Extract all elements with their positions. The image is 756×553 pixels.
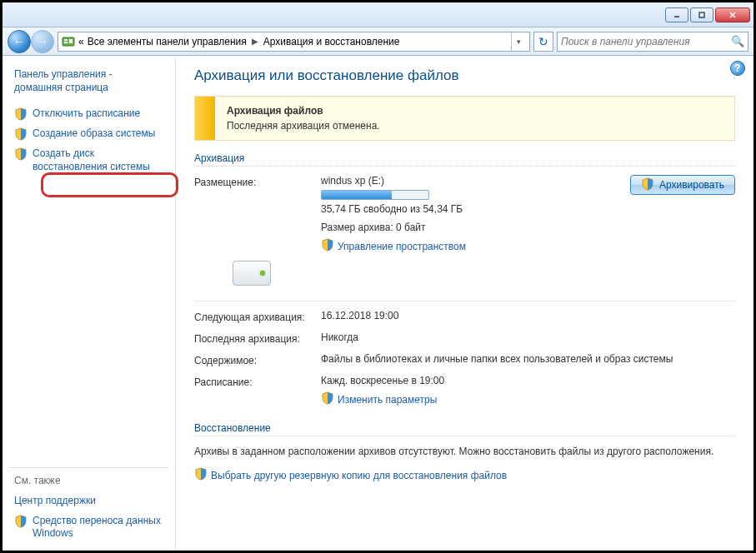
link-label: Выбрать другую резервную копию для восст… [211,470,507,481]
shield-icon [641,177,654,193]
content-label: Содержимое: [194,353,311,366]
section-header-archive: Архивация [194,152,735,167]
search-box[interactable]: 🔍 [557,32,748,52]
sidebar-item-label: Средство переноса данных Windows [33,515,163,541]
next-backup-value: 16.12.2018 19:00 [321,310,735,323]
warning-stripe [195,97,215,140]
breadcrumb-item[interactable]: Все элементы панели управления [88,36,247,47]
back-button[interactable]: ← [8,30,31,53]
arrow-left-icon: ← [13,35,25,48]
svg-rect-1 [699,12,704,17]
choose-other-backup-link[interactable]: Выбрать другую резервную копию для восст… [194,467,507,483]
schedule-value: Кажд. воскресенье в 19:00 [321,375,735,386]
label: Панель управления - [14,68,113,80]
see-also-label: См. также [9,475,168,491]
backup-now-button[interactable]: Архивировать [630,175,735,195]
sidebar-item-label: Центр поддержки [14,495,96,508]
address-dropdown[interactable]: ▾ [511,32,526,51]
drive-icon [233,261,273,292]
refresh-button[interactable]: ↻ [533,32,553,52]
shield-icon [14,515,28,528]
page-title: Архивация или восстановление файлов [194,67,735,84]
location-label: Размещение: [194,175,311,188]
chevron-right-icon: ▶ [250,37,260,46]
banner-subtitle: Последняя архивация отменена. [227,120,380,132]
sidebar-item-create-image[interactable]: Создание образа системы [9,124,168,144]
svg-rect-7 [69,39,73,43]
restore-text: Архивы в заданном расположении архивов о… [194,445,735,459]
control-panel-home-link[interactable]: Панель управления - домашняя страница [9,67,168,104]
disk-usage-bar [321,190,429,200]
window-titlebar [3,2,753,27]
content-value: Файлы в библиотеках и личные папки всех … [321,353,735,366]
shield-icon [321,391,334,407]
search-input[interactable] [561,36,728,47]
refresh-icon: ↻ [538,35,548,48]
breadcrumb-lead: « [78,36,84,47]
svg-rect-5 [64,39,68,41]
sidebar-item-label: Создать диск восстановления системы [33,147,163,173]
minimize-button[interactable] [665,7,688,22]
shield-icon [14,107,28,121]
link-label: Управление пространством [338,241,466,252]
close-button[interactable] [715,7,750,22]
sidebar-item-action-center[interactable]: Центр поддержки [9,491,168,511]
sidebar-item-label: Создание образа системы [33,127,155,141]
svg-rect-6 [64,42,68,43]
section-header-restore: Восстановление [194,422,735,436]
button-label: Архивировать [659,179,724,191]
archive-size: Размер архива: 0 байт [321,222,620,233]
sidebar: Панель управления - домашняя страница От… [3,56,176,551]
search-icon: 🔍 [731,35,744,47]
link-label: Изменить параметры [338,394,437,406]
label: домашняя страница [14,82,108,93]
control-panel-icon [62,35,75,48]
breadcrumb-item[interactable]: Архивация и восстановление [263,36,400,47]
sidebar-item-label: Отключить расписание [33,107,140,121]
sidebar-item-easy-transfer[interactable]: Средство переноса данных Windows [9,511,168,544]
last-backup-label: Последняя архивация: [194,331,311,345]
navbar: ← → « Все элементы панели управления ▶ А… [3,27,753,56]
schedule-label: Расписание: [194,375,311,407]
shield-icon [194,467,208,483]
location-drive: windus xp (E:) [321,175,620,187]
next-backup-label: Следующая архивация: [194,310,311,323]
location-free: 35,74 ГБ свободно из 54,34 ГБ [321,203,620,215]
manage-space-link[interactable]: Управление пространством [321,238,466,254]
last-backup-value: Никогда [321,331,735,345]
banner-title: Архивация файлов [227,105,380,117]
change-settings-link[interactable]: Изменить параметры [321,391,437,407]
shield-icon [321,238,334,254]
shield-icon [14,147,28,161]
arrow-right-icon: → [37,35,48,48]
forward-button[interactable]: → [31,30,54,53]
sidebar-item-disable-schedule[interactable]: Отключить расписание [9,104,168,124]
shield-icon [14,127,28,141]
sidebar-item-create-recovery-disc[interactable]: Создать диск восстановления системы [9,144,168,177]
address-bar[interactable]: « Все элементы панели управления ▶ Архив… [58,32,530,52]
content-pane: Архивация или восстановление файлов Архи… [176,56,753,551]
maximize-button[interactable] [690,7,713,22]
status-banner: Архивация файлов Последняя архивация отм… [194,96,735,141]
